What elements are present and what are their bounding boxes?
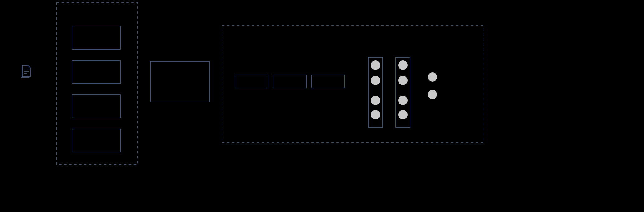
output-nodes (428, 72, 437, 99)
feature-items (72, 26, 120, 152)
document-icon (21, 65, 30, 77)
token-2 (311, 75, 345, 88)
layer-1-node-1 (398, 76, 408, 85)
layer-1-node-3 (398, 110, 408, 119)
layer-1-node-0 (398, 60, 408, 70)
layer-0-node-2 (371, 96, 380, 105)
feature-item-0 (72, 26, 120, 49)
model-group-box (222, 26, 483, 143)
feature-item-3 (72, 129, 120, 152)
layer-0-node-0 (371, 60, 380, 70)
layer-1-node-2 (398, 96, 408, 105)
output-node-0 (428, 72, 437, 82)
layer-0-node-3 (371, 110, 380, 119)
nn-layers (368, 57, 410, 127)
layer-0-node-1 (371, 76, 380, 85)
output-node-1 (428, 90, 437, 99)
token-boxes (235, 75, 345, 88)
token-1 (273, 75, 306, 88)
feature-item-1 (72, 60, 120, 84)
aggregator-box (150, 61, 209, 102)
feature-item-2 (72, 95, 120, 118)
token-0 (235, 75, 268, 88)
